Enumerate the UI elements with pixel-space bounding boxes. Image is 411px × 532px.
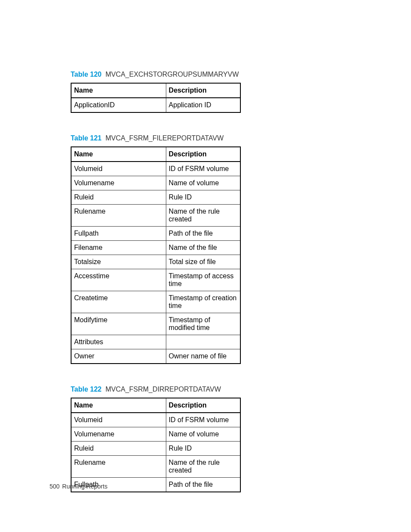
column-header-description: Description: [166, 83, 240, 98]
cell-description: Rule ID: [166, 190, 240, 205]
cell-description: [166, 335, 240, 349]
table-row: RulenameName of the rule created: [71, 456, 240, 478]
table-row: RuleidRule ID: [71, 442, 240, 456]
cell-description: ID of FSRM volume: [166, 162, 240, 176]
cell-name: Ruleid: [71, 190, 166, 205]
cell-name: Volumeid: [71, 413, 166, 427]
cell-name: Accesstime: [71, 269, 166, 291]
column-header-name: Name: [71, 83, 166, 98]
cell-name: Rulename: [71, 205, 166, 227]
cell-name: Rulename: [71, 456, 166, 478]
table-header-row: Name Description: [71, 83, 240, 98]
table-header-row: Name Description: [71, 398, 240, 413]
table-row: VolumeidID of FSRM volume: [71, 413, 240, 427]
table-row: FullpathPath of the file: [71, 227, 240, 241]
table-number: Table 120: [71, 71, 102, 78]
data-table: Name Description VolumeidID of FSRM volu…: [71, 398, 241, 492]
cell-name: Attributes: [71, 335, 166, 349]
table-caption: Table 121 MVCA_FSRM_FILEREPORTDATAVW: [71, 134, 241, 142]
table-title: MVCA_EXCHSTORGROUPSUMMARYVW: [106, 71, 239, 78]
cell-description: Owner name of file: [166, 349, 240, 364]
table-header-row: Name Description: [71, 147, 240, 162]
table-number: Table 122: [71, 386, 102, 393]
cell-name: Volumename: [71, 176, 166, 190]
cell-name: Owner: [71, 349, 166, 364]
column-header-description: Description: [166, 147, 240, 162]
data-table: Name Description VolumeidID of FSRM volu…: [71, 146, 241, 364]
column-header-name: Name: [71, 398, 166, 413]
cell-name: Volumename: [71, 427, 166, 442]
cell-name: Fullpath: [71, 227, 166, 241]
table-title: MVCA_FSRM_FILEREPORTDATAVW: [106, 134, 224, 142]
table-number: Table 121: [71, 134, 102, 142]
cell-name: Volumeid: [71, 162, 166, 176]
cell-description: Path of the file: [166, 227, 240, 241]
table-row: VolumenameName of volume: [71, 176, 240, 190]
cell-name: Filename: [71, 241, 166, 255]
cell-description: Name of the file: [166, 241, 240, 255]
data-table: Name Description ApplicationID Applicati…: [71, 83, 241, 113]
cell-description: Total size of file: [166, 255, 240, 269]
table-caption: Table 122 MVCA_FSRM_DIRREPORTDATAVW: [71, 386, 241, 393]
cell-description: Path of the file: [166, 478, 240, 492]
table-row: VolumeidID of FSRM volume: [71, 162, 240, 176]
cell-name: Totalsize: [71, 255, 166, 269]
cell-description: Name of volume: [166, 176, 240, 190]
cell-name: Modifytime: [71, 313, 166, 335]
table-row: RulenameName of the rule created: [71, 205, 240, 227]
cell-description: ID of FSRM volume: [166, 413, 240, 427]
cell-name: Ruleid: [71, 442, 166, 456]
table-row: ApplicationID Application ID: [71, 98, 240, 112]
table-block-122: Table 122 MVCA_FSRM_DIRREPORTDATAVW Name…: [71, 386, 241, 492]
cell-description: Timestamp of access time: [166, 269, 240, 291]
page-number: 500: [50, 483, 59, 490]
column-header-description: Description: [166, 398, 240, 413]
cell-name: ApplicationID: [71, 98, 166, 112]
page-content: Table 120 MVCA_EXCHSTORGROUPSUMMARYVW Na…: [0, 0, 241, 492]
cell-name: Createtime: [71, 291, 166, 313]
table-block-120: Table 120 MVCA_EXCHSTORGROUPSUMMARYVW Na…: [71, 71, 241, 113]
page-footer: 500Running Reports: [50, 483, 107, 490]
table-row: RuleidRule ID: [71, 190, 240, 205]
cell-description: Name of the rule created: [166, 205, 240, 227]
table-block-121: Table 121 MVCA_FSRM_FILEREPORTDATAVW Nam…: [71, 134, 241, 364]
table-row: TotalsizeTotal size of file: [71, 255, 240, 269]
cell-description: Application ID: [166, 98, 240, 112]
cell-description: Timestamp of creation time: [166, 291, 240, 313]
table-row: AccesstimeTimestamp of access time: [71, 269, 240, 291]
cell-description: Timestamp of modified time: [166, 313, 240, 335]
table-row: FilenameName of the file: [71, 241, 240, 255]
table-row: Attributes: [71, 335, 240, 349]
section-title: Running Reports: [62, 483, 107, 490]
cell-description: Rule ID: [166, 442, 240, 456]
cell-description: Name of the rule created: [166, 456, 240, 478]
table-row: ModifytimeTimestamp of modified time: [71, 313, 240, 335]
table-row: VolumenameName of volume: [71, 427, 240, 442]
table-title: MVCA_FSRM_DIRREPORTDATAVW: [106, 386, 221, 393]
cell-description: Name of volume: [166, 427, 240, 442]
table-row: OwnerOwner name of file: [71, 349, 240, 364]
column-header-name: Name: [71, 147, 166, 162]
table-caption: Table 120 MVCA_EXCHSTORGROUPSUMMARYVW: [71, 71, 241, 78]
table-row: CreatetimeTimestamp of creation time: [71, 291, 240, 313]
